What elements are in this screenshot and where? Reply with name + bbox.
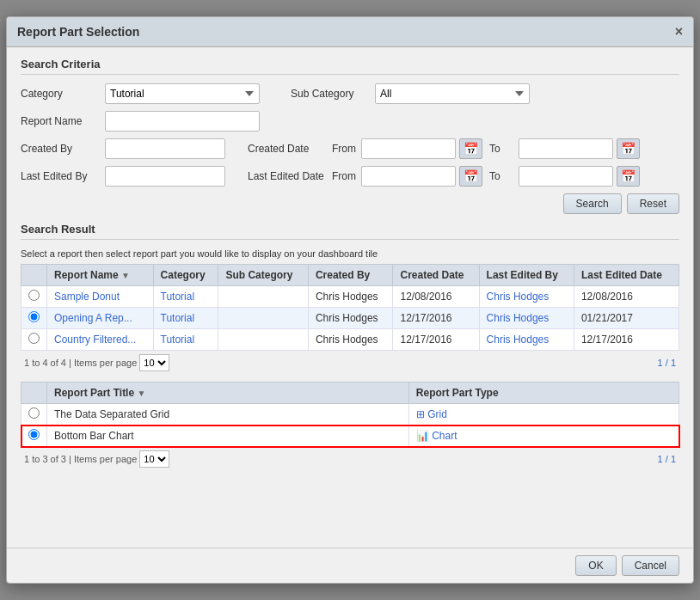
search-button[interactable]: Search bbox=[563, 193, 622, 214]
report-part-table: Report Part Title ▼ Report Part Type The… bbox=[21, 382, 679, 447]
dialog-body: Search Criteria Category Tutorial All Su… bbox=[7, 47, 693, 548]
col-last-edited-by-header[interactable]: Last Edited By bbox=[479, 265, 574, 286]
category-link-0[interactable]: Tutorial bbox=[161, 291, 195, 303]
created-date-from-group: From 📅 bbox=[332, 138, 482, 159]
col-report-name-header[interactable]: Report Name ▼ bbox=[47, 265, 154, 286]
report-name-link-1[interactable]: Opening A Rep... bbox=[54, 312, 132, 324]
created-row: Created By Created Date From 📅 To 📅 bbox=[21, 138, 679, 159]
part-col-title-header[interactable]: Report Part Title ▼ bbox=[47, 383, 409, 404]
report-name-input[interactable] bbox=[105, 111, 260, 132]
category-label: Category bbox=[21, 88, 98, 100]
part-type-cell-1: 📊 Chart bbox=[408, 426, 679, 447]
category-row: Category Tutorial All Sub Category All bbox=[21, 83, 679, 104]
report-radio-2[interactable] bbox=[28, 333, 40, 344]
last-edited-to-input[interactable] bbox=[519, 166, 613, 187]
dialog: Report Part Selection × Search Criteria … bbox=[6, 16, 694, 584]
part-items-per-page-select[interactable]: 10 25 50 bbox=[139, 450, 169, 468]
category-cell-1: Tutorial bbox=[153, 308, 218, 329]
created-by-input[interactable] bbox=[105, 138, 225, 159]
last-edited-by-label: Last Edited By bbox=[21, 170, 98, 182]
sub-category-label: Sub Category bbox=[291, 88, 368, 100]
part-table-row[interactable]: Bottom Bar Chart 📊 Chart bbox=[21, 426, 679, 447]
part-sort-arrow: ▼ bbox=[137, 389, 145, 398]
sort-arrow: ▼ bbox=[121, 271, 130, 280]
created-date-from-cal[interactable]: 📅 bbox=[459, 138, 482, 159]
col-category-header[interactable]: Category bbox=[153, 265, 218, 286]
part-type-link-1[interactable]: 📊 Chart bbox=[416, 430, 457, 442]
last-edited-by-link-0[interactable]: Chris Hodges bbox=[487, 291, 550, 303]
result-description: Select a report then select report part … bbox=[21, 248, 679, 259]
report-name-label: Report Name bbox=[21, 115, 98, 127]
category-cell-2: Tutorial bbox=[153, 329, 218, 351]
report-radio-1[interactable] bbox=[28, 311, 40, 322]
created-date-to-input[interactable] bbox=[519, 138, 613, 159]
search-buttons-row: Search Reset bbox=[21, 193, 679, 214]
last-edited-date-cell-1: 01/21/2017 bbox=[574, 308, 679, 329]
radio-cell-2[interactable] bbox=[21, 329, 47, 351]
part-title-cell-1: Bottom Bar Chart bbox=[47, 426, 409, 447]
report-name-cell-1: Opening A Rep... bbox=[47, 308, 154, 329]
table-row[interactable]: Country Filtered... Tutorial Chris Hodge… bbox=[21, 329, 679, 351]
from-label: From bbox=[332, 143, 358, 155]
sub-category-cell-0 bbox=[218, 286, 308, 308]
part-type-link-0[interactable]: ⊞ Grid bbox=[416, 408, 447, 420]
radio-cell-1[interactable] bbox=[21, 308, 47, 329]
from2-label: From bbox=[332, 170, 358, 182]
sub-category-cell-2 bbox=[218, 329, 308, 351]
report-part-pagination: 1 to 3 of 3 | Items per page 10 25 50 1 … bbox=[21, 447, 679, 471]
report-part-section: Report Part Title ▼ Report Part Type The… bbox=[21, 382, 679, 471]
search-criteria-section: Search Criteria Category Tutorial All Su… bbox=[21, 58, 679, 214]
sub-category-select[interactable]: All bbox=[375, 83, 530, 104]
last-edited-from-input[interactable] bbox=[361, 166, 456, 187]
cancel-button[interactable]: Cancel bbox=[622, 555, 679, 576]
report-name-link-0[interactable]: Sample Donut bbox=[54, 291, 120, 303]
items-per-page-select[interactable]: 10 25 50 bbox=[139, 354, 169, 371]
last-edited-by-input[interactable] bbox=[105, 166, 225, 187]
pagination-left: 1 to 4 of 4 | Items per page 10 25 50 bbox=[24, 354, 169, 371]
col-created-date-header[interactable]: Created Date bbox=[393, 265, 479, 286]
last-edited-to-cal[interactable]: 📅 bbox=[617, 166, 640, 187]
part-col-type-header[interactable]: Report Part Type bbox=[408, 383, 679, 404]
category-link-2[interactable]: Tutorial bbox=[161, 334, 195, 346]
col-created-by-header[interactable]: Created By bbox=[308, 265, 393, 286]
radio-cell-0[interactable] bbox=[21, 286, 47, 308]
report-name-link-2[interactable]: Country Filtered... bbox=[54, 334, 136, 346]
to2-label: To bbox=[489, 170, 515, 182]
created-date-to-group: To 📅 bbox=[489, 138, 640, 159]
last-edited-from-cal[interactable]: 📅 bbox=[459, 166, 482, 187]
part-radio-0[interactable] bbox=[28, 407, 40, 419]
last-edited-by-link-1[interactable]: Chris Hodges bbox=[487, 312, 550, 324]
table-row[interactable]: Sample Donut Tutorial Chris Hodges 12/08… bbox=[21, 286, 679, 308]
search-result-table: Report Name ▼ Category Sub Category Crea… bbox=[21, 264, 679, 351]
search-result-title: Search Result bbox=[21, 223, 679, 240]
ok-button[interactable]: OK bbox=[575, 555, 616, 576]
dialog-header: Report Part Selection × bbox=[7, 17, 693, 47]
col-last-edited-date-header[interactable]: Last Edited Date bbox=[574, 265, 679, 286]
report-radio-0[interactable] bbox=[28, 290, 40, 301]
part-radio-1[interactable] bbox=[28, 429, 40, 440]
calendar-icon-2: 📅 bbox=[621, 142, 636, 156]
search-result-section: Search Result Select a report then selec… bbox=[21, 223, 679, 375]
part-radio-cell-1[interactable] bbox=[21, 426, 47, 447]
last-edited-by-cell-0: Chris Hodges bbox=[479, 286, 574, 308]
part-table-row[interactable]: The Data Separated Grid ⊞ Grid bbox=[21, 404, 679, 426]
created-date-to-cal[interactable]: 📅 bbox=[617, 138, 640, 159]
category-cell-0: Tutorial bbox=[153, 286, 218, 308]
created-by-cell-0: Chris Hodges bbox=[308, 286, 393, 308]
last-edited-by-link-2[interactable]: Chris Hodges bbox=[487, 334, 550, 346]
search-result-pagination: 1 to 4 of 4 | Items per page 10 25 50 1 … bbox=[21, 351, 679, 375]
category-link-1[interactable]: Tutorial bbox=[161, 312, 195, 324]
part-type-cell-0: ⊞ Grid bbox=[408, 404, 679, 426]
close-button[interactable]: × bbox=[675, 24, 683, 40]
to-label: To bbox=[489, 143, 515, 155]
last-edited-by-cell-1: Chris Hodges bbox=[479, 308, 574, 329]
part-radio-cell-0[interactable] bbox=[21, 404, 47, 426]
last-edited-from-group: From 📅 bbox=[332, 166, 482, 187]
category-select[interactable]: Tutorial All bbox=[105, 83, 260, 104]
created-date-from-input[interactable] bbox=[361, 138, 456, 159]
table-row[interactable]: Opening A Rep... Tutorial Chris Hodges 1… bbox=[21, 308, 679, 329]
reset-button[interactable]: Reset bbox=[627, 193, 679, 214]
col-sub-category-header[interactable]: Sub Category bbox=[218, 265, 308, 286]
created-by-cell-2: Chris Hodges bbox=[308, 329, 393, 351]
part-title-cell-0: The Data Separated Grid bbox=[47, 404, 409, 426]
